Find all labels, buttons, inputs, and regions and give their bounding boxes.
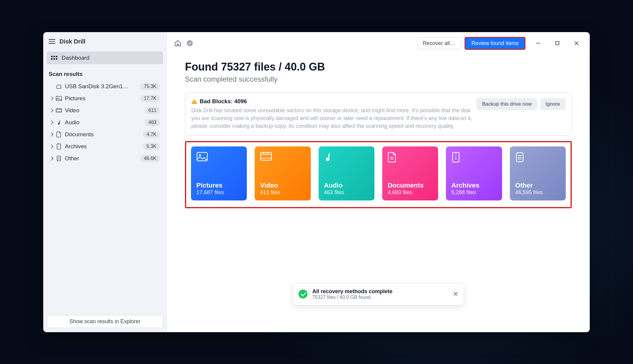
- picture-icon: [196, 152, 241, 161]
- sidebar-item-video[interactable]: Video 611: [47, 104, 163, 116]
- dashboard-icon: [51, 56, 57, 60]
- results-subheading: Scan completed successfully: [185, 75, 572, 83]
- category-tiles: Pictures17,687 files Video611 files Audi…: [185, 141, 572, 208]
- count-badge: 17.7K: [140, 95, 160, 102]
- minimize-button[interactable]: [532, 38, 545, 48]
- check-badge-icon[interactable]: [186, 39, 194, 47]
- sidebar-item-documents[interactable]: Documents 4.7K: [47, 128, 163, 140]
- tile-video[interactable]: Video611 files: [255, 146, 310, 200]
- archive-icon: [56, 143, 62, 149]
- chevron-right-icon: [49, 132, 53, 136]
- count-badge: 4.7K: [143, 131, 160, 138]
- backup-drive-button[interactable]: Backup this drive now: [477, 98, 537, 110]
- count-badge: 46.6K: [140, 155, 160, 162]
- tile-name: Other: [515, 182, 560, 189]
- video-icon: [56, 108, 62, 113]
- maximize-button[interactable]: [551, 38, 564, 48]
- other-icon: [56, 155, 62, 161]
- tile-name: Pictures: [196, 182, 241, 189]
- sidebar-item-dashboard[interactable]: Dashboard: [47, 52, 163, 64]
- count-badge: 463: [145, 119, 160, 126]
- tile-count: 5,288 files: [451, 189, 496, 196]
- tile-name: Video: [260, 182, 305, 189]
- svg-rect-17: [556, 42, 559, 45]
- toast-title: All recovery methods complete: [312, 288, 392, 295]
- sidebar-item-label: Other: [65, 155, 137, 162]
- alert-title-text: Bad Blocks: 4096: [200, 98, 247, 105]
- sidebar-footer: Show scan results in Explorer: [43, 311, 167, 332]
- tile-count: 17,687 files: [196, 189, 241, 196]
- tile-name: Audio: [324, 182, 369, 189]
- sidebar-item-archives[interactable]: Archives 5.3K: [47, 140, 163, 152]
- alert-title: Bad Blocks: 4096: [191, 98, 472, 105]
- sidebar-item-label: Archives: [65, 143, 140, 150]
- svg-point-0: [60, 87, 61, 88]
- tile-name: Archives: [451, 182, 496, 189]
- sidebar-item-other[interactable]: Other 46.6K: [47, 152, 163, 164]
- document-icon: [56, 131, 62, 137]
- ignore-button[interactable]: Ignore: [540, 98, 565, 110]
- hamburger-icon[interactable]: [49, 39, 55, 44]
- archive-icon: [451, 152, 496, 161]
- document-icon: [388, 152, 433, 161]
- warning-icon: [191, 99, 197, 104]
- picture-icon: [56, 96, 62, 101]
- audio-icon: [56, 119, 62, 125]
- tile-count: 46,595 files: [515, 189, 560, 196]
- sidebar-header: Disk Drill: [43, 32, 167, 49]
- recover-all-button[interactable]: Recover all…: [417, 38, 461, 49]
- sidebar-item-pictures[interactable]: Pictures 17.7K: [47, 92, 163, 104]
- close-icon[interactable]: ✕: [453, 290, 458, 298]
- chevron-right-icon: [49, 144, 53, 148]
- device-label: USB SanDisk 3.2Gen1…: [65, 83, 137, 90]
- drive-icon: [56, 84, 62, 89]
- count-badge: 611: [145, 107, 160, 114]
- count-badge: 5.3K: [143, 143, 160, 150]
- chevron-right-icon: [49, 96, 53, 100]
- titlebar: Recover all… Review found items: [167, 32, 590, 55]
- alert-body: Disk Drill has located some unreadable s…: [191, 107, 472, 130]
- sidebar: Disk Drill Dashboard Scan results USB Sa…: [43, 32, 167, 332]
- sidebar-tree: USB SanDisk 3.2Gen1… 75.3K Pictures 17.7…: [43, 80, 167, 311]
- tile-other[interactable]: Other46,595 files: [510, 146, 566, 200]
- review-found-items-button[interactable]: Review found items: [465, 37, 525, 50]
- dashboard-label: Dashboard: [62, 55, 89, 61]
- home-icon[interactable]: [174, 39, 182, 47]
- tile-documents[interactable]: Documents4,683 files: [382, 146, 438, 200]
- app-window: Disk Drill Dashboard Scan results USB Sa…: [43, 32, 590, 332]
- main-panel: Recover all… Review found items Found 75…: [167, 32, 590, 332]
- video-icon: [260, 152, 305, 161]
- svg-point-32: [455, 158, 456, 160]
- other-icon: [515, 152, 560, 161]
- chevron-right-icon: [49, 156, 53, 160]
- tile-name: Documents: [388, 182, 433, 189]
- chevron-right-icon: [49, 120, 53, 124]
- toast-subtitle: 75327 files / 40.0 GB found: [312, 295, 392, 300]
- show-in-explorer-button[interactable]: Show scan results in Explorer: [47, 315, 163, 328]
- sidebar-device-row[interactable]: USB SanDisk 3.2Gen1… 75.3K: [47, 80, 163, 92]
- completion-toast: All recovery methods complete 75327 file…: [293, 283, 464, 305]
- app-title: Disk Drill: [59, 38, 86, 45]
- tile-count: 611 files: [260, 189, 305, 196]
- tile-count: 4,683 files: [388, 189, 433, 196]
- audio-icon: [324, 152, 369, 161]
- sidebar-item-label: Audio: [65, 119, 142, 126]
- sidebar-item-label: Documents: [65, 131, 140, 138]
- svg-point-2: [57, 97, 58, 98]
- svg-point-21: [199, 154, 201, 156]
- tile-audio[interactable]: Audio463 files: [319, 146, 374, 200]
- sidebar-item-label: Pictures: [65, 95, 137, 102]
- tile-archives[interactable]: Archives5,288 files: [446, 146, 502, 200]
- close-button[interactable]: [570, 38, 583, 48]
- sidebar-section-title: Scan results: [43, 64, 167, 80]
- tile-pictures[interactable]: Pictures17,687 files: [191, 146, 247, 200]
- tile-count: 463 files: [324, 189, 369, 196]
- chevron-right-icon: [49, 108, 53, 112]
- content-area: Found 75327 files / 40.0 GB Scan complet…: [167, 55, 590, 332]
- sidebar-item-label: Video: [65, 107, 142, 114]
- results-heading: Found 75327 files / 40.0 GB: [185, 61, 572, 73]
- device-badge: 75.3K: [140, 83, 160, 90]
- sidebar-item-audio[interactable]: Audio 463: [47, 116, 163, 128]
- bad-blocks-alert: Bad Blocks: 4096 Disk Drill has located …: [185, 92, 572, 136]
- check-circle-icon: [298, 290, 307, 299]
